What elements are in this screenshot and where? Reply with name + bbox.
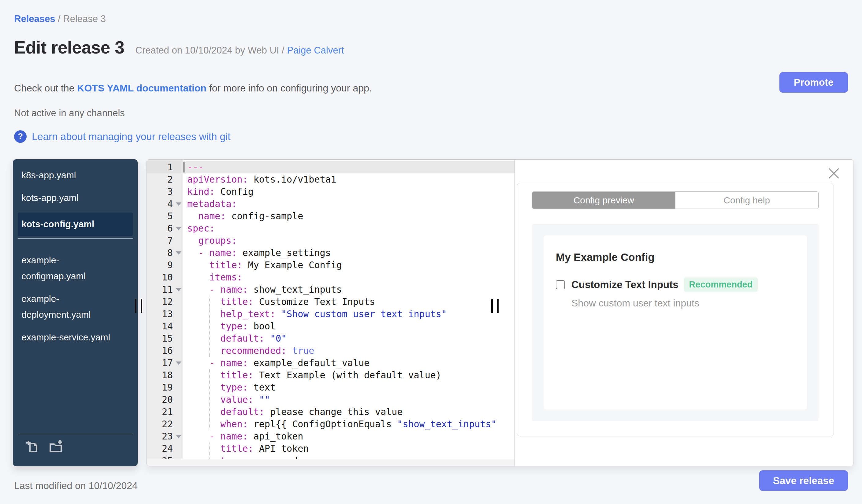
line-number: 9 [147,259,183,271]
fold-icon[interactable] [176,288,181,291]
line-number: 10 [147,271,183,283]
kots-yaml-docs-link[interactable]: KOTS YAML documentation [77,82,207,94]
add-folder-icon[interactable] [48,439,63,454]
git-help-row[interactable]: ? Learn about managing your releases wit… [14,130,230,143]
config-group-card: My Example Config Customize Text Inputs … [544,236,807,410]
code-line[interactable]: - name: show_text_inputs [183,283,514,296]
indent-guide [209,394,210,406]
tab-config-help[interactable]: Config help [676,192,819,209]
breadcrumb-separator: / [58,13,63,24]
indent-guide [209,320,210,332]
breadcrumb-current: Release 3 [63,13,106,24]
file-sidebar: k8s-app.yamlkots-app.yamlkots-config.yam… [13,159,138,466]
add-file-icon[interactable] [25,439,40,454]
line-number: 8 [147,247,183,259]
promote-button[interactable]: Promote [780,72,848,93]
code-line[interactable]: items: [183,271,514,283]
title-row: Edit release 3 Created on 10/10/2024 by … [14,37,344,57]
code-line[interactable]: kind: Config [183,186,514,198]
indent-guide [209,332,210,345]
line-number: 20 [147,394,183,406]
editor-code-area[interactable]: ---apiVersion: kots.io/v1beta1kind: Conf… [183,160,514,466]
line-number: 1 [147,161,183,173]
code-line[interactable]: type: text [183,381,514,394]
line-number: 4 [147,198,183,210]
line-number: 16 [147,345,183,357]
code-line[interactable]: name: config-sample [183,210,514,222]
config-checkbox[interactable] [556,280,565,289]
code-line[interactable]: spec: [183,222,514,235]
line-number: 5 [147,210,183,222]
code-line[interactable]: --- [183,161,514,173]
yaml-editor[interactable]: 1234567891011121314151617181920212223242… [147,160,514,466]
config-preview-pane: Config previewConfig help My Example Con… [514,160,853,466]
code-line[interactable]: value: "" [183,394,514,406]
editor-preview-resize-handle[interactable] [491,299,499,313]
fold-icon[interactable] [176,202,181,206]
sidebar-divider [18,238,133,239]
editor-cursor [184,162,184,172]
code-line[interactable]: type: bool [183,320,514,332]
code-line[interactable]: apiVersion: kots.io/v1beta1 [183,173,514,186]
code-line[interactable]: - name: api_token [183,430,514,442]
line-number: 23 [147,430,183,442]
created-text: Created on 10/10/2024 by Web UI / [135,45,287,56]
file-item[interactable]: kots-app.yaml [22,190,118,206]
line-number: 3 [147,186,183,198]
breadcrumb-releases-link[interactable]: Releases [14,13,55,24]
code-line[interactable]: title: My Example Config [183,259,514,271]
code-line[interactable]: - name: example_default_value [183,357,514,369]
fold-icon[interactable] [176,435,181,438]
code-line[interactable]: default: "0" [183,332,514,345]
release-editor-main: k8s-app.yamlkots-app.yamlkots-config.yam… [13,159,853,466]
line-number: 17 [147,357,183,369]
editor-gutter: 1234567891011121314151617181920212223242… [147,160,183,466]
created-meta: Created on 10/10/2024 by Web UI / Paige … [135,45,344,56]
file-item[interactable]: example-configmap.yaml [22,252,118,284]
indent-guide [209,369,210,381]
git-releases-link[interactable]: Learn about managing your releases with … [32,131,230,143]
tab-config-preview[interactable]: Config preview [532,192,676,209]
line-number: 13 [147,308,183,320]
last-modified-text: Last modified on 10/10/2024 [14,480,138,491]
code-line[interactable]: recommended: true [183,345,514,357]
author-link[interactable]: Paige Calvert [287,45,344,56]
file-item[interactable]: k8s-app.yaml [22,167,118,183]
line-number: 22 [147,418,183,430]
file-list-bottom: example-configmap.yamlexample-deployment… [13,244,138,345]
line-number: 2 [147,173,183,186]
save-release-button[interactable]: Save release [759,470,848,491]
code-line[interactable]: title: Customize Text Inputs [183,296,514,308]
line-number: 11 [147,283,183,296]
file-item[interactable]: example-deployment.yaml [22,291,118,323]
editor-scrollbar-track[interactable] [147,459,514,466]
code-line[interactable]: default: please change this value [183,406,514,418]
indent-guide [209,442,210,455]
config-preview-card: Config previewConfig help My Example Con… [517,183,834,436]
line-number: 15 [147,332,183,345]
config-area: My Example Config Customize Text Inputs … [532,224,819,421]
code-line[interactable]: help_text: "Show custom user text inputs… [183,308,514,320]
config-item-help: Show custom user text inputs [571,297,795,309]
line-number: 21 [147,406,183,418]
line-number: 12 [147,296,183,308]
indent-guide [209,406,210,418]
code-line[interactable]: - name: example_settings [183,247,514,259]
sidebar-editor-resize-handle[interactable] [135,299,142,313]
file-item[interactable]: example-service.yaml [22,329,118,345]
fold-icon[interactable] [176,361,181,365]
close-icon[interactable] [828,168,840,179]
fold-icon[interactable] [176,251,181,255]
file-item[interactable]: kots-config.yaml [18,213,133,236]
sidebar-actions [25,439,63,454]
help-question-icon: ? [14,130,27,143]
code-line[interactable]: metadata: [183,198,514,210]
docs-sentence: Check out the KOTS YAML documentation fo… [14,82,372,94]
code-line[interactable]: groups: [183,235,514,247]
indent-guide [209,345,210,357]
fold-icon[interactable] [176,227,181,230]
code-line[interactable]: title: Text Example (with default value) [183,369,514,381]
code-line[interactable]: title: API token [183,442,514,455]
code-line[interactable]: when: repl{{ ConfigOptionEquals "show_te… [183,418,514,430]
channel-status: Not active in any channels [14,108,125,119]
